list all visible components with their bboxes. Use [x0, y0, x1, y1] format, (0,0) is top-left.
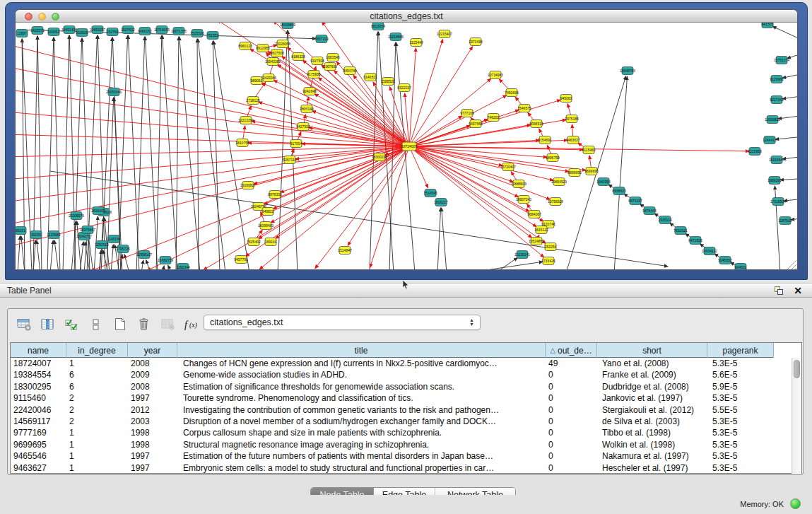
delete-table-button[interactable] [158, 315, 179, 336]
table-row[interactable]: 1830029562008Estimation of significance … [11, 381, 801, 392]
graph-node[interactable] [779, 217, 791, 225]
table-cell[interactable]: 5.3E-5 [707, 416, 774, 427]
unselect-all-button[interactable] [86, 315, 107, 336]
table-cell[interactable]: 0 [546, 369, 597, 380]
graph-node[interactable] [762, 23, 773, 28]
table-cell[interactable]: 0 [546, 416, 597, 427]
select-all-button[interactable] [61, 315, 83, 336]
column-header-year[interactable]: year [128, 343, 177, 358]
table-cell[interactable]: 1997 [128, 392, 177, 404]
table-cell[interactable]: de Silva et al. (2003) [597, 416, 707, 427]
table-cell[interactable]: 2003 [128, 416, 177, 427]
graph-node[interactable] [659, 216, 671, 224]
change-table-mode-button[interactable] [13, 315, 35, 336]
graph-node[interactable] [630, 197, 641, 205]
graph-node[interactable] [304, 88, 315, 95]
graph-node[interactable] [771, 156, 782, 164]
graph-node[interactable] [308, 71, 319, 78]
table-cell[interactable]: Yano et al. (2008) [597, 358, 707, 369]
graph-node[interactable] [553, 178, 565, 186]
graph-node[interactable] [488, 114, 499, 122]
graph-node[interactable] [767, 116, 778, 124]
column-header-title[interactable]: title [177, 343, 546, 358]
graph-node[interactable] [566, 115, 577, 123]
table-row[interactable]: 946362711997Embryonic stem cells: a mode… [11, 462, 801, 474]
graph-node[interactable] [771, 96, 782, 104]
graph-node[interactable] [399, 84, 410, 92]
graph-node[interactable] [675, 227, 686, 235]
graph-node[interactable] [550, 198, 561, 206]
graph-node[interactable] [160, 257, 171, 264]
network-canvas[interactable]: 1188724055722030513069140691550610653257… [16, 23, 797, 270]
graph-node[interactable] [93, 207, 104, 215]
table-row[interactable]: 911546021997Tourette syndrome. Phenomeno… [11, 392, 801, 404]
table-cell[interactable]: 0 [546, 439, 597, 450]
graph-node[interactable] [271, 49, 283, 57]
graph-node[interactable] [139, 251, 150, 259]
zoom-window-button[interactable] [52, 13, 59, 21]
graph-node[interactable] [240, 117, 252, 124]
graph-node[interactable] [529, 211, 540, 218]
table-cell[interactable]: 5.3E-5 [707, 450, 774, 462]
graph-node[interactable] [586, 168, 597, 175]
graph-node[interactable] [719, 257, 731, 264]
graph-node[interactable] [269, 191, 281, 199]
table-cell[interactable]: Corpus callosum shape and size in male p… [177, 427, 546, 438]
table-cell[interactable]: Jankovic et al. (1997) [597, 392, 707, 404]
table-cell[interactable]: 2 [66, 416, 128, 427]
graph-node[interactable] [316, 35, 327, 43]
graph-node[interactable] [177, 264, 189, 271]
graph-node[interactable] [539, 136, 551, 144]
graph-node[interactable] [374, 153, 385, 161]
table-cell[interactable]: 0 [546, 381, 597, 392]
graph-node[interactable] [567, 136, 579, 144]
table-cell[interactable]: 18724007 [11, 358, 66, 369]
graph-node[interactable] [560, 95, 572, 103]
graph-node[interactable] [298, 123, 309, 131]
graph-node[interactable] [107, 28, 118, 36]
graph-node[interactable] [240, 42, 251, 50]
table-cell[interactable]: 2 [66, 404, 128, 416]
graph-node[interactable] [439, 30, 450, 38]
table-cell[interactable]: Genome-wide association studies in ADHD. [177, 369, 546, 380]
graph-node[interactable] [257, 45, 269, 52]
table-row[interactable]: 1872400712008Changes of HCN gene express… [11, 358, 801, 369]
table-cell[interactable]: 1 [66, 450, 128, 462]
graph-node[interactable] [435, 199, 447, 206]
graph-node[interactable] [324, 63, 336, 71]
graph-node[interactable] [513, 180, 524, 188]
graph-node[interactable] [260, 222, 271, 230]
table-cell[interactable]: 9699695 [11, 439, 66, 450]
graph-node[interactable] [263, 74, 274, 82]
graph-node[interactable] [122, 26, 134, 34]
table-cell[interactable]: 5.6E-5 [707, 369, 774, 380]
table-cell[interactable]: 18300295 [11, 381, 66, 392]
table-cell[interactable]: 5.3E-5 [707, 462, 774, 474]
graph-node[interactable] [622, 67, 633, 75]
graph-node[interactable] [502, 163, 514, 171]
graph-node[interactable] [772, 198, 784, 206]
graph-node[interactable] [237, 139, 248, 147]
graph-node[interactable] [769, 177, 780, 185]
table-cell[interactable]: 0 [546, 404, 597, 416]
graph-node[interactable] [242, 182, 254, 189]
graph-node[interactable] [16, 227, 26, 235]
graph-node[interactable] [71, 212, 82, 220]
table-cell[interactable]: 2008 [128, 358, 177, 369]
table-cell[interactable]: Tourette syndrome. Phenomenology and cla… [177, 392, 546, 404]
graph-node[interactable] [235, 256, 247, 264]
graph-node[interactable] [545, 243, 556, 251]
graph-node[interactable] [506, 89, 517, 97]
create-new-attribute-button[interactable] [110, 315, 131, 336]
graph-node[interactable] [76, 29, 88, 37]
graph-node[interactable] [267, 58, 278, 66]
graph-node[interactable] [251, 77, 262, 85]
graph-node[interactable] [644, 207, 655, 215]
column-header-in_degree[interactable]: in_degree [66, 343, 128, 358]
graph-node[interactable] [365, 74, 376, 81]
graph-node[interactable] [411, 39, 422, 47]
table-row[interactable]: 1456911722003Disruption of a novel membe… [11, 416, 801, 427]
graph-node[interactable] [531, 120, 542, 128]
table-cell[interactable]: 5.3E-5 [707, 358, 774, 369]
close-window-button[interactable] [25, 13, 33, 21]
